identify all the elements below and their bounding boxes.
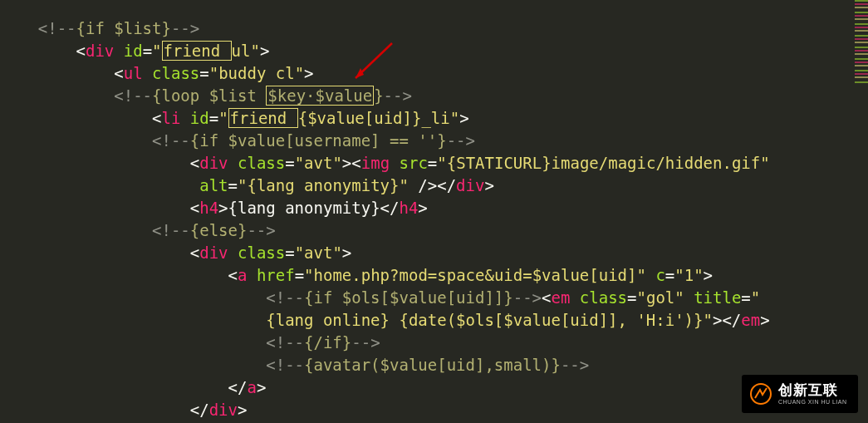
logo-mark-icon <box>750 383 772 405</box>
watermark-logo: 创新互联 CHUANG XIN HU LIAN <box>742 375 858 413</box>
svg-point-2 <box>751 384 771 404</box>
minimap[interactable] <box>855 0 868 83</box>
logo-sub: CHUANG XIN HU LIAN <box>778 399 847 405</box>
logo-brand: 创新互联 <box>778 383 847 397</box>
code-editor-viewport[interactable]: <!--{if $list}--> <div id="friend_ul"> <… <box>0 0 868 423</box>
source-code[interactable]: <!--{if $list}--> <div id="friend_ul"> <… <box>0 17 770 423</box>
